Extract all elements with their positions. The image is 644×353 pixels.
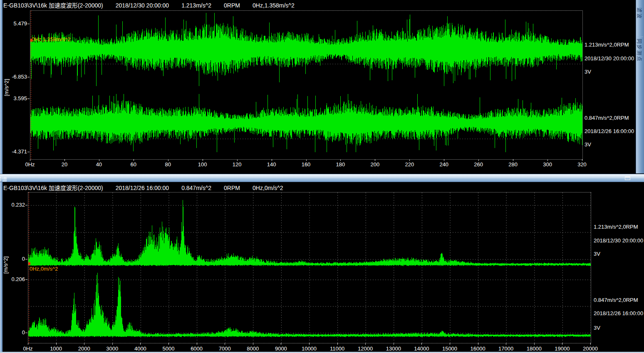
x-tick-mark: [281, 343, 281, 345]
x-tick-mark: [28, 343, 28, 345]
x-tick-label: 15000: [442, 346, 457, 352]
x-tick-label: 20000: [583, 346, 598, 352]
x-tick-mark: [203, 159, 203, 161]
y-tick-mark: [27, 99, 30, 99]
x-tick-label: 120: [233, 161, 242, 168]
timestamp: 2018/12/30 20:00:00: [116, 2, 169, 9]
trace-1-time-label: 2018/12/30 20:00:00: [594, 237, 643, 244]
x-tick-label: 12000: [358, 346, 373, 352]
x-tick-mark: [547, 159, 548, 161]
x-tick-label: 3000: [106, 346, 118, 352]
x-tick-mark: [309, 343, 310, 345]
x-tick-mark: [84, 343, 84, 345]
overall-value: 1.213m/s^2: [181, 2, 211, 9]
x-tick-mark: [237, 159, 238, 161]
x-tick-mark: [112, 343, 113, 345]
x-tick-label: 80: [165, 161, 171, 168]
x-tick-mark: [394, 343, 394, 345]
y-tick-label: -6.853: [1, 74, 27, 80]
x-tick-mark: [409, 159, 410, 161]
x-tick-label: 10000: [302, 346, 317, 352]
x-tick-label: 200: [371, 161, 380, 168]
trace-2-channel-label: 3V: [594, 325, 600, 331]
x-tick-mark: [272, 159, 272, 161]
x-tick-mark: [337, 343, 338, 345]
x-tick-mark: [168, 159, 168, 161]
x-tick-label: 14000: [414, 346, 429, 352]
spectrum-plot-area[interactable]: 0Hz,0m/s^2: [28, 192, 591, 343]
x-tick-label: 9000: [275, 346, 287, 352]
tab-filter[interactable]: 滤波: [637, 7, 643, 34]
trace-2-channel-label: 3V: [585, 141, 591, 148]
x-tick-label: 320: [577, 161, 587, 168]
restore-window-button[interactable]: [625, 176, 630, 180]
x-tick-label: 180: [336, 161, 345, 168]
trace-1-time-label: 2018/12/30 20:00:00: [585, 55, 634, 62]
y-tick-label: -4.371: [1, 148, 27, 155]
waveform-traces: [30, 11, 582, 159]
x-tick-label: 2000: [78, 346, 90, 352]
cursor-readout: 0Hz,0m/s^2: [253, 185, 283, 191]
x-tick-mark: [168, 343, 169, 345]
timestamp: 2018/12/26 16:00:00: [116, 185, 169, 191]
channel-path: E-GB103\3V\16k 加速度波形(2-20000): [3, 185, 103, 191]
x-tick-label: 6000: [191, 346, 203, 352]
x-tick-label: 8000: [247, 346, 259, 352]
rpm-value: 0RPM: [224, 185, 240, 191]
channel-path: E-GB103\3V\16k 加速度波形(2-20000): [3, 2, 103, 9]
x-tick-label: 100: [198, 161, 207, 168]
x-tick-label: 220: [405, 161, 414, 168]
y-tick-mark: [25, 333, 27, 333]
x-tick-mark: [99, 159, 99, 161]
x-tick-mark: [506, 343, 506, 345]
x-tick-mark: [590, 343, 591, 345]
trace-2-amp-label: 0.847m/s^2,0RPM: [585, 115, 629, 121]
x-tick-label: 140: [267, 161, 276, 168]
waveform-plot-area[interactable]: 0Hz,1.358m/s^2: [30, 10, 583, 160]
trace-2-time-label: 2018/12/26 16:00:00: [594, 310, 643, 316]
x-tick-label: 0Hz: [25, 161, 35, 168]
x-tick-mark: [30, 159, 30, 161]
x-tick-mark: [134, 159, 134, 161]
x-tick-label: 240: [439, 161, 448, 168]
y-tick-mark: [25, 259, 27, 259]
y-tick-mark: [27, 24, 30, 24]
x-tick-label: 300: [543, 161, 552, 168]
spectrum-window-titlebar[interactable]: 频谱: [0, 174, 644, 182]
x-tick-label: 280: [508, 161, 518, 168]
x-tick-label: 5000: [163, 346, 175, 352]
x-tick-label: 1000: [50, 346, 62, 352]
tab-sync-measure-points[interactable]: 同步测点: [637, 37, 643, 84]
cursor-value-label: 0Hz,0m/s^2: [30, 266, 58, 272]
x-tick-mark: [140, 343, 141, 345]
x-tick-mark: [513, 159, 513, 161]
x-tick-label: 18000: [527, 346, 542, 352]
x-tick-label: 0Hz: [23, 346, 32, 352]
trace-1-channel-label: 3V: [594, 251, 600, 257]
x-tick-mark: [340, 159, 341, 161]
rpm-value: 0RPM: [224, 2, 240, 9]
y-tick-label: 5.479: [1, 20, 27, 27]
trace-2-amp-label: 0.847m/s^2,0RPM: [594, 297, 638, 303]
y-tick-mark: [27, 152, 30, 152]
cursor-readout: 0Hz,1.358m/s^2: [253, 2, 295, 9]
x-tick-mark: [582, 159, 582, 161]
x-tick-mark: [562, 343, 562, 345]
y-tick-label: 0.206: [0, 276, 25, 282]
y-tick-mark: [27, 77, 30, 77]
y-axis-unit: [m/s^2]: [2, 251, 9, 280]
x-tick-mark: [64, 159, 65, 161]
x-tick-mark: [478, 343, 478, 345]
y-tick-label: 0.232: [0, 202, 25, 208]
x-tick-label: 160: [302, 161, 311, 168]
x-tick-label: 19000: [555, 346, 570, 352]
x-tick-label: 17000: [498, 346, 513, 352]
overall-value: 0.847m/s^2: [181, 185, 211, 191]
x-tick-mark: [444, 159, 444, 161]
x-tick-mark: [375, 159, 375, 161]
x-tick-label: 7000: [219, 346, 231, 352]
x-tick-label: 11000: [330, 346, 344, 352]
x-tick-mark: [225, 343, 225, 345]
x-tick-mark: [534, 343, 535, 345]
x-tick-mark: [56, 343, 57, 345]
